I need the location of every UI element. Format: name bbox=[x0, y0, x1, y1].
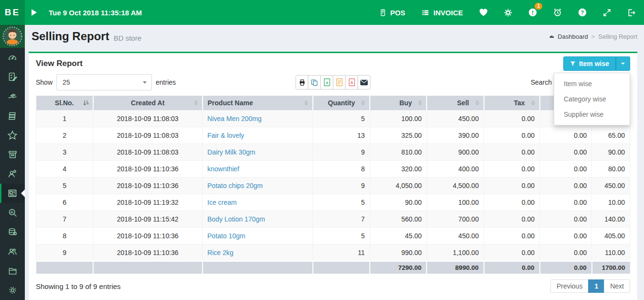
export-excel-button[interactable]: x bbox=[321, 75, 333, 89]
sidebar-item-documents[interactable] bbox=[0, 261, 25, 281]
column-header-7[interactable]: Tax bbox=[484, 96, 540, 111]
svg-text:x: x bbox=[326, 80, 328, 85]
export-copy-button[interactable] bbox=[308, 75, 321, 89]
product-link[interactable]: Rice 2kg bbox=[207, 249, 233, 256]
product-link[interactable]: Fair & lovely bbox=[207, 132, 244, 139]
table-cell: 4 bbox=[36, 161, 93, 178]
column-header-4[interactable]: Quantity bbox=[313, 96, 370, 111]
table-cell: 100.00 bbox=[427, 194, 483, 211]
exclamation-circle-icon: ! bbox=[528, 8, 537, 17]
sidebar-item-finance[interactable] bbox=[0, 222, 25, 242]
total-cell: 8990.00 bbox=[427, 261, 483, 274]
table-cell: 2018-10-09 11:08:03 bbox=[93, 144, 203, 161]
table-cell: 0.00 bbox=[540, 161, 592, 178]
invoice-nav-button[interactable]: INVOICE bbox=[413, 0, 471, 25]
sidebar-item-settings[interactable] bbox=[0, 280, 25, 300]
product-link[interactable]: Dairy Milk 30gm bbox=[207, 148, 255, 156]
sidebar-item-dashboard[interactable] bbox=[0, 48, 25, 67]
pos-nav-button[interactable]: POS bbox=[371, 0, 414, 25]
table-row: 72018-10-09 11:15:42Body Lotion 170gm756… bbox=[36, 211, 630, 228]
table-cell: 140.00 bbox=[592, 211, 630, 228]
sidebar-toggle-icon[interactable] bbox=[31, 9, 37, 16]
table-cell: 1 bbox=[36, 111, 93, 127]
table-cell: 0.00 bbox=[484, 144, 540, 161]
product-link[interactable]: Potato 10gm bbox=[207, 232, 245, 240]
filter-menu-item[interactable]: Item wise bbox=[554, 76, 630, 91]
table-cell: 2 bbox=[36, 127, 93, 144]
fullscreen-nav-button[interactable] bbox=[595, 0, 619, 25]
sidebar-item-analytics[interactable] bbox=[0, 203, 25, 222]
entries-select[interactable]: 25 bbox=[56, 74, 152, 90]
sidebar-item-orders[interactable] bbox=[0, 67, 25, 87]
alerts-nav-button[interactable]: ! 1 bbox=[520, 0, 545, 25]
table-cell: Potato 10gm bbox=[203, 228, 313, 244]
settings-nav-button[interactable] bbox=[496, 0, 520, 25]
table-footer: Showing 1 to 9 of 9 entries Previous 1 N… bbox=[36, 279, 630, 293]
export-pdf-button[interactable]: A bbox=[345, 75, 358, 89]
column-header-3[interactable]: Product Name bbox=[203, 96, 313, 111]
report-type-caret-button[interactable] bbox=[616, 56, 630, 71]
product-link[interactable]: Nivea Men 200mg bbox=[207, 115, 262, 122]
table-cell: 5 bbox=[36, 178, 93, 194]
user-panel[interactable] bbox=[0, 25, 25, 48]
column-header-6[interactable]: Sell bbox=[427, 96, 483, 111]
column-label: Sl.No. bbox=[55, 99, 74, 107]
item-wise-button-label: Item wise bbox=[579, 60, 609, 67]
filter-menu-item[interactable]: Category wise bbox=[554, 91, 630, 107]
reminders-nav-button[interactable] bbox=[545, 0, 570, 25]
table-cell: 450.00 bbox=[427, 228, 483, 244]
table-cell: 0.00 bbox=[484, 228, 540, 244]
table-cell: Rice 2kg bbox=[203, 244, 313, 262]
item-wise-button[interactable]: Item wise bbox=[563, 56, 616, 71]
breadcrumb-dashboard-link[interactable]: Dashboard bbox=[548, 33, 588, 40]
sidebar-item-users[interactable] bbox=[0, 242, 25, 261]
export-print-button[interactable] bbox=[296, 75, 309, 89]
svg-text:!: ! bbox=[532, 10, 534, 16]
sidebar-item-stock[interactable] bbox=[0, 106, 25, 125]
product-link[interactable]: Body Lotion 170gm bbox=[207, 215, 265, 223]
column-label: Tax bbox=[514, 99, 525, 107]
sidebar-item-reports[interactable] bbox=[0, 184, 25, 203]
product-link[interactable]: Ice cream bbox=[207, 199, 236, 206]
app-logo[interactable]: BE bbox=[0, 0, 25, 25]
table-cell: 100.00 bbox=[370, 111, 427, 127]
filter-menu-item[interactable]: Supplier wise bbox=[554, 107, 630, 122]
money-stack-icon bbox=[7, 111, 18, 121]
column-header-2[interactable]: Created At bbox=[93, 96, 203, 111]
product-link[interactable]: Potato chips 20gm bbox=[207, 182, 263, 189]
export-csv-button[interactable] bbox=[333, 75, 346, 89]
column-header-5[interactable]: Buy bbox=[370, 96, 427, 111]
sidebar-item-favorites[interactable] bbox=[0, 125, 25, 145]
logout-nav-button[interactable] bbox=[619, 0, 644, 25]
sidebar-item-customer-settings[interactable] bbox=[0, 164, 25, 184]
help-nav-button[interactable]: ? bbox=[570, 0, 595, 25]
product-link[interactable]: knownthief bbox=[207, 165, 239, 173]
sort-icon bbox=[361, 100, 365, 105]
table-cell: 80.00 bbox=[592, 161, 630, 178]
select-caret-icon bbox=[143, 81, 147, 84]
total-cell: 0.00 bbox=[540, 261, 592, 274]
sort-amount-desc-icon bbox=[83, 100, 89, 106]
table-cell: 2018-10-09 11:08:03 bbox=[93, 111, 203, 127]
invoice-label: INVOICE bbox=[433, 9, 463, 17]
sidebar-item-archive[interactable] bbox=[0, 144, 25, 164]
current-datetime: Tue 9 Oct 2018 11:35:18 AM bbox=[49, 9, 142, 17]
export-email-button[interactable] bbox=[358, 75, 371, 89]
table-cell: 8 bbox=[313, 161, 370, 178]
column-header-1[interactable]: Sl.No. bbox=[36, 96, 93, 111]
table-cell: 0.00 bbox=[484, 244, 540, 262]
gear-icon bbox=[504, 9, 512, 17]
selling-report-table: Sl.No.Created AtProduct NameQuantityBuyS… bbox=[36, 96, 630, 274]
breadcrumb-separator: > bbox=[591, 33, 595, 40]
favorites-nav-button[interactable] bbox=[471, 0, 496, 25]
table-row: 42018-10-09 11:10:36knownthief8320.00400… bbox=[36, 161, 630, 178]
coins-icon bbox=[7, 227, 18, 237]
heart-icon bbox=[479, 9, 488, 16]
next-page-button[interactable]: Next bbox=[604, 279, 630, 293]
total-cell bbox=[93, 261, 203, 274]
table-row: 62018-10-09 11:19:32Ice cream590.00100.0… bbox=[36, 194, 630, 211]
sidebar-item-sell[interactable] bbox=[0, 87, 25, 106]
page-1-button[interactable]: 1 bbox=[588, 279, 604, 293]
previous-page-button[interactable]: Previous bbox=[550, 279, 589, 293]
table-row: 82018-10-09 11:10:36Potato 10gm545.00450… bbox=[36, 228, 630, 244]
